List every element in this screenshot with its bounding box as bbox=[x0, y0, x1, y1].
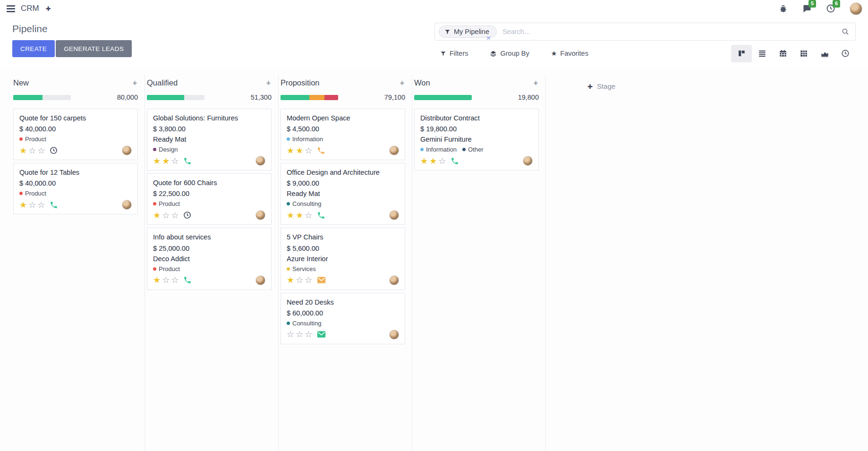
add-stage-button[interactable]: Stage bbox=[587, 82, 615, 451]
priority-star[interactable]: ★ bbox=[153, 211, 161, 220]
opportunity-title: Quote for 12 Tables bbox=[19, 168, 132, 177]
activities-clock-icon[interactable]: 6 bbox=[826, 4, 835, 13]
salesperson-avatar[interactable] bbox=[523, 156, 533, 166]
priority-star[interactable]: ☆ bbox=[171, 211, 179, 220]
priority-star[interactable]: ☆ bbox=[438, 157, 446, 165]
messages-icon[interactable]: 5 bbox=[802, 4, 812, 14]
opportunity-card[interactable]: Modern Open Space $ 4,500.00 Information… bbox=[281, 109, 405, 160]
kanban-column: Proposition 79,100 Modern Open Space $ 4… bbox=[279, 75, 412, 451]
user-avatar[interactable] bbox=[850, 2, 862, 15]
opportunity-card[interactable]: Office Design and Architecture $ 9,000.0… bbox=[281, 163, 405, 225]
opportunity-card[interactable]: Global Solutions: Furnitures $ 3,800.00 … bbox=[147, 109, 272, 170]
phone-activity-icon[interactable] bbox=[50, 201, 58, 209]
search-input[interactable] bbox=[502, 27, 841, 36]
priority-star[interactable]: ★ bbox=[296, 211, 303, 220]
priority-star[interactable]: ★ bbox=[420, 157, 428, 165]
generate-leads-button[interactable]: GENERATE LEADS bbox=[56, 40, 132, 57]
list-view-icon[interactable] bbox=[752, 45, 773, 62]
activity-view-icon[interactable] bbox=[835, 45, 856, 62]
filters-menu[interactable]: Filters bbox=[440, 50, 468, 57]
clock-activity-icon[interactable] bbox=[50, 146, 58, 154]
envelope-activity-icon[interactable] bbox=[317, 276, 326, 284]
progress-segment[interactable] bbox=[13, 95, 43, 100]
priority-star[interactable]: ★ bbox=[153, 157, 161, 165]
apps-menu-icon[interactable] bbox=[6, 4, 16, 13]
column-add-record-icon[interactable] bbox=[132, 79, 138, 87]
priority-star[interactable]: ☆ bbox=[305, 330, 312, 339]
priority-star[interactable]: ☆ bbox=[305, 276, 312, 284]
tag-color-dot bbox=[462, 148, 466, 151]
salesperson-avatar[interactable] bbox=[255, 275, 265, 285]
clock-activity-icon[interactable] bbox=[183, 211, 191, 219]
salesperson-avatar[interactable] bbox=[255, 210, 265, 220]
envelope-activity-icon[interactable] bbox=[317, 331, 326, 338]
priority-star[interactable]: ★ bbox=[429, 157, 437, 165]
priority-star[interactable]: ★ bbox=[287, 276, 294, 284]
priority-star[interactable]: ☆ bbox=[305, 146, 312, 155]
salesperson-avatar[interactable] bbox=[389, 275, 399, 285]
progress-segment[interactable] bbox=[324, 95, 338, 100]
phone-activity-icon[interactable] bbox=[317, 146, 325, 155]
salesperson-avatar[interactable] bbox=[255, 156, 265, 166]
priority-star[interactable]: ☆ bbox=[37, 201, 45, 209]
salesperson-avatar[interactable] bbox=[389, 145, 399, 155]
priority-star[interactable]: ★ bbox=[287, 146, 294, 155]
phone-activity-icon[interactable] bbox=[183, 157, 192, 165]
facet-remove-icon[interactable]: ✕ bbox=[486, 34, 491, 42]
priority-star[interactable]: ☆ bbox=[296, 330, 303, 339]
priority-star[interactable]: ☆ bbox=[171, 157, 179, 165]
tag: Other bbox=[462, 146, 484, 153]
priority-star[interactable]: ☆ bbox=[171, 276, 179, 284]
progress-segment[interactable] bbox=[309, 95, 324, 100]
progress-segment[interactable] bbox=[414, 95, 472, 100]
priority-star[interactable]: ☆ bbox=[305, 211, 312, 220]
phone-activity-icon[interactable] bbox=[183, 276, 192, 284]
app-name[interactable]: CRM bbox=[21, 4, 39, 13]
priority-star[interactable]: ★ bbox=[162, 157, 170, 165]
opportunity-card[interactable]: Info about services $ 25,000.00 Deco Add… bbox=[147, 228, 272, 289]
salesperson-avatar[interactable] bbox=[389, 330, 399, 340]
phone-activity-icon[interactable] bbox=[451, 157, 459, 165]
opportunity-tags: Services bbox=[287, 265, 399, 272]
tag: Design bbox=[153, 146, 178, 153]
progress-segment[interactable] bbox=[281, 95, 309, 100]
priority-star[interactable]: ☆ bbox=[162, 211, 170, 220]
tag-color-dot bbox=[19, 192, 23, 195]
opportunity-card[interactable]: Need 20 Desks $ 60,000.00 Consulting ☆☆☆ bbox=[281, 293, 405, 344]
priority-star[interactable]: ☆ bbox=[296, 276, 303, 284]
graph-view-icon[interactable] bbox=[814, 45, 835, 62]
create-button[interactable]: CREATE bbox=[12, 40, 55, 57]
kanban-view-icon[interactable] bbox=[731, 45, 752, 62]
search-icon[interactable] bbox=[841, 27, 850, 36]
group-by-menu[interactable]: Group By bbox=[490, 50, 529, 57]
column-add-record-icon[interactable] bbox=[533, 79, 539, 87]
opportunity-card[interactable]: 5 VP Chairs $ 5,600.00 Azure Interior Se… bbox=[281, 228, 405, 289]
priority-star[interactable]: ★ bbox=[153, 276, 161, 284]
phone-activity-icon[interactable] bbox=[317, 211, 325, 220]
opportunity-card[interactable]: Quote for 150 carpets $ 40,000.00 Produc… bbox=[13, 109, 138, 160]
opportunity-card[interactable]: Distributor Contract $ 19,800.00 Gemini … bbox=[414, 109, 539, 170]
opportunity-card[interactable]: Quote for 12 Tables $ 40,000.00 Product … bbox=[13, 163, 138, 214]
tag-label: Other bbox=[468, 146, 484, 153]
priority-star[interactable]: ☆ bbox=[287, 330, 294, 339]
priority-star[interactable]: ☆ bbox=[162, 276, 170, 284]
salesperson-avatar[interactable] bbox=[122, 200, 132, 210]
calendar-view-icon[interactable] bbox=[773, 45, 793, 62]
favorites-menu[interactable]: Favorites bbox=[551, 50, 588, 57]
column-add-record-icon[interactable] bbox=[265, 79, 272, 87]
priority-star[interactable]: ☆ bbox=[28, 146, 36, 155]
priority-star[interactable]: ★ bbox=[19, 201, 27, 209]
salesperson-avatar[interactable] bbox=[122, 145, 132, 155]
opportunity-card[interactable]: Quote for 600 Chairs $ 22,500.00 Product… bbox=[147, 173, 272, 225]
progress-segment[interactable] bbox=[147, 95, 184, 100]
pivot-view-icon[interactable] bbox=[793, 45, 814, 62]
priority-star[interactable]: ★ bbox=[287, 211, 294, 220]
priority-star[interactable]: ☆ bbox=[28, 201, 36, 209]
add-icon[interactable] bbox=[46, 4, 51, 13]
priority-star[interactable]: ★ bbox=[19, 146, 27, 155]
column-add-record-icon[interactable] bbox=[399, 79, 405, 87]
bug-icon[interactable] bbox=[779, 4, 788, 13]
priority-star[interactable]: ★ bbox=[296, 146, 303, 155]
salesperson-avatar[interactable] bbox=[389, 210, 399, 220]
priority-star[interactable]: ☆ bbox=[37, 146, 45, 155]
